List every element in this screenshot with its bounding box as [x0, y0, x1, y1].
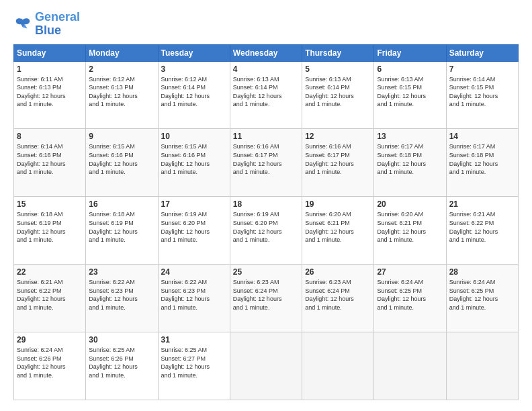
day-info: Sunrise: 6:16 AMSunset: 6:17 PMDaylight:…	[305, 142, 371, 176]
calendar-cell: 17Sunrise: 6:19 AMSunset: 6:20 PMDayligh…	[158, 197, 230, 265]
day-info: Sunrise: 6:20 AMSunset: 6:21 PMDaylight:…	[305, 210, 371, 244]
day-info: Sunrise: 6:12 AMSunset: 6:13 PMDaylight:…	[89, 75, 154, 109]
day-number: 8	[17, 132, 83, 141]
calendar-cell: 2Sunrise: 6:12 AMSunset: 6:13 PMDaylight…	[86, 61, 158, 129]
day-info: Sunrise: 6:12 AMSunset: 6:14 PMDaylight:…	[161, 75, 227, 109]
day-info: Sunrise: 6:15 AMSunset: 6:16 PMDaylight:…	[89, 142, 154, 176]
week-row-3: 15Sunrise: 6:18 AMSunset: 6:19 PMDayligh…	[14, 197, 519, 265]
day-info: Sunrise: 6:23 AMSunset: 6:24 PMDaylight:…	[233, 278, 299, 312]
day-number: 14	[449, 132, 515, 141]
logo: GeneralBlue	[13, 11, 80, 38]
calendar-cell: 22Sunrise: 6:21 AMSunset: 6:22 PMDayligh…	[14, 265, 86, 332]
day-number: 20	[377, 199, 443, 209]
week-row-1: 1Sunrise: 6:11 AMSunset: 6:13 PMDaylight…	[14, 61, 519, 129]
day-number: 24	[161, 267, 227, 277]
day-info: Sunrise: 6:20 AMSunset: 6:21 PMDaylight:…	[377, 210, 443, 244]
day-info: Sunrise: 6:24 AMSunset: 6:26 PMDaylight:…	[17, 346, 83, 379]
calendar-cell: 21Sunrise: 6:21 AMSunset: 6:22 PMDayligh…	[446, 197, 518, 265]
calendar-cell: 31Sunrise: 6:25 AMSunset: 6:27 PMDayligh…	[158, 332, 230, 400]
day-info: Sunrise: 6:19 AMSunset: 6:20 PMDaylight:…	[233, 210, 299, 244]
day-info: Sunrise: 6:13 AMSunset: 6:15 PMDaylight:…	[377, 75, 443, 109]
week-row-2: 8Sunrise: 6:14 AMSunset: 6:16 PMDaylight…	[14, 129, 519, 197]
calendar-cell: 15Sunrise: 6:18 AMSunset: 6:19 PMDayligh…	[14, 197, 86, 265]
calendar-body: 1Sunrise: 6:11 AMSunset: 6:13 PMDaylight…	[14, 61, 519, 400]
weekday-friday: Friday	[374, 44, 446, 61]
day-number: 15	[17, 199, 83, 209]
calendar-cell: 25Sunrise: 6:23 AMSunset: 6:24 PMDayligh…	[230, 265, 302, 332]
calendar-cell: 27Sunrise: 6:24 AMSunset: 6:25 PMDayligh…	[374, 265, 446, 332]
calendar-cell: 9Sunrise: 6:15 AMSunset: 6:16 PMDaylight…	[86, 129, 158, 197]
day-number: 17	[161, 199, 227, 209]
day-info: Sunrise: 6:25 AMSunset: 6:27 PMDaylight:…	[161, 346, 227, 379]
calendar-cell: 16Sunrise: 6:18 AMSunset: 6:19 PMDayligh…	[86, 197, 158, 265]
calendar-cell: 30Sunrise: 6:25 AMSunset: 6:26 PMDayligh…	[86, 332, 158, 400]
calendar: SundayMondayTuesdayWednesdayThursdayFrid…	[13, 44, 519, 400]
logo-text: GeneralBlue	[35, 11, 80, 38]
calendar-cell: 19Sunrise: 6:20 AMSunset: 6:21 PMDayligh…	[302, 197, 374, 265]
day-info: Sunrise: 6:21 AMSunset: 6:22 PMDaylight:…	[17, 278, 83, 312]
calendar-cell: 8Sunrise: 6:14 AMSunset: 6:16 PMDaylight…	[14, 129, 86, 197]
day-number: 5	[305, 64, 371, 74]
logo-icon	[13, 15, 32, 34]
day-number: 29	[17, 335, 83, 345]
day-info: Sunrise: 6:14 AMSunset: 6:15 PMDaylight:…	[449, 75, 515, 109]
day-number: 25	[233, 267, 299, 277]
day-info: Sunrise: 6:19 AMSunset: 6:20 PMDaylight:…	[161, 210, 227, 244]
day-number: 18	[233, 199, 299, 209]
day-number: 6	[377, 64, 443, 74]
day-info: Sunrise: 6:18 AMSunset: 6:19 PMDaylight:…	[89, 210, 154, 244]
day-number: 4	[233, 64, 299, 74]
calendar-cell	[302, 332, 374, 400]
day-number: 30	[89, 335, 154, 345]
calendar-cell: 29Sunrise: 6:24 AMSunset: 6:26 PMDayligh…	[14, 332, 86, 400]
calendar-cell: 28Sunrise: 6:24 AMSunset: 6:25 PMDayligh…	[446, 265, 518, 332]
day-number: 2	[89, 64, 154, 74]
day-info: Sunrise: 6:24 AMSunset: 6:25 PMDaylight:…	[377, 278, 443, 312]
day-info: Sunrise: 6:24 AMSunset: 6:25 PMDaylight:…	[449, 278, 515, 312]
calendar-cell: 11Sunrise: 6:16 AMSunset: 6:17 PMDayligh…	[230, 129, 302, 197]
day-number: 22	[17, 267, 83, 277]
day-number: 10	[161, 132, 227, 141]
day-number: 9	[89, 132, 154, 141]
day-info: Sunrise: 6:22 AMSunset: 6:23 PMDaylight:…	[161, 278, 227, 312]
day-info: Sunrise: 6:23 AMSunset: 6:24 PMDaylight:…	[305, 278, 371, 312]
day-info: Sunrise: 6:17 AMSunset: 6:18 PMDaylight:…	[449, 142, 515, 176]
day-info: Sunrise: 6:14 AMSunset: 6:16 PMDaylight:…	[17, 142, 83, 176]
weekday-tuesday: Tuesday	[158, 44, 230, 61]
day-number: 27	[377, 267, 443, 277]
weekday-wednesday: Wednesday	[230, 44, 302, 61]
day-number: 13	[377, 132, 443, 141]
calendar-cell: 14Sunrise: 6:17 AMSunset: 6:18 PMDayligh…	[446, 129, 518, 197]
calendar-cell	[230, 332, 302, 400]
day-info: Sunrise: 6:11 AMSunset: 6:13 PMDaylight:…	[17, 75, 83, 109]
weekday-sunday: Sunday	[14, 44, 86, 61]
day-info: Sunrise: 6:15 AMSunset: 6:16 PMDaylight:…	[161, 142, 227, 176]
calendar-cell: 12Sunrise: 6:16 AMSunset: 6:17 PMDayligh…	[302, 129, 374, 197]
day-number: 12	[305, 132, 371, 141]
day-info: Sunrise: 6:18 AMSunset: 6:19 PMDaylight:…	[17, 210, 83, 244]
calendar-cell: 13Sunrise: 6:17 AMSunset: 6:18 PMDayligh…	[374, 129, 446, 197]
calendar-cell	[446, 332, 518, 400]
calendar-cell: 1Sunrise: 6:11 AMSunset: 6:13 PMDaylight…	[14, 61, 86, 129]
day-number: 7	[449, 64, 515, 74]
week-row-5: 29Sunrise: 6:24 AMSunset: 6:26 PMDayligh…	[14, 332, 519, 400]
calendar-cell: 10Sunrise: 6:15 AMSunset: 6:16 PMDayligh…	[158, 129, 230, 197]
calendar-cell: 26Sunrise: 6:23 AMSunset: 6:24 PMDayligh…	[302, 265, 374, 332]
calendar-cell: 23Sunrise: 6:22 AMSunset: 6:23 PMDayligh…	[86, 265, 158, 332]
day-number: 3	[161, 64, 227, 74]
day-number: 28	[449, 267, 515, 277]
day-number: 23	[89, 267, 154, 277]
day-number: 11	[233, 132, 299, 141]
calendar-cell: 24Sunrise: 6:22 AMSunset: 6:23 PMDayligh…	[158, 265, 230, 332]
page: GeneralBlue SundayMondayTuesdayWednesday…	[0, 0, 532, 411]
calendar-cell	[374, 332, 446, 400]
weekday-monday: Monday	[86, 44, 158, 61]
calendar-cell: 5Sunrise: 6:13 AMSunset: 6:14 PMDaylight…	[302, 61, 374, 129]
day-number: 26	[305, 267, 371, 277]
calendar-cell: 7Sunrise: 6:14 AMSunset: 6:15 PMDaylight…	[446, 61, 518, 129]
day-number: 16	[89, 199, 154, 209]
calendar-cell: 20Sunrise: 6:20 AMSunset: 6:21 PMDayligh…	[374, 197, 446, 265]
day-info: Sunrise: 6:21 AMSunset: 6:22 PMDaylight:…	[449, 210, 515, 244]
header: GeneralBlue	[13, 11, 519, 38]
weekday-header-row: SundayMondayTuesdayWednesdayThursdayFrid…	[14, 44, 519, 61]
